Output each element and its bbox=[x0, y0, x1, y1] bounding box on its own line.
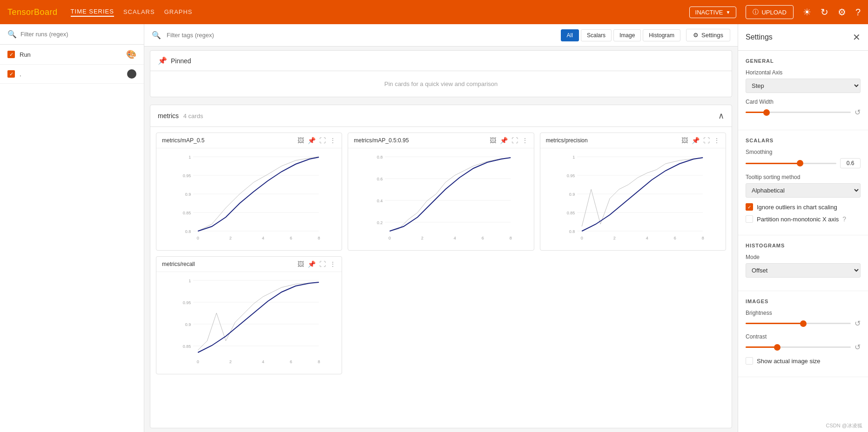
horizontal-axis-label: Horizontal Axis bbox=[746, 69, 861, 76]
chart-body-recall: 1 0.95 0.9 0.85 0 2 4 6 8 bbox=[156, 272, 342, 374]
svg-text:0.95: 0.95 bbox=[183, 300, 191, 305]
horizontal-axis-select[interactable]: Step Wall Relative bbox=[746, 79, 861, 93]
svg-text:8: 8 bbox=[318, 236, 320, 240]
upload-button[interactable]: ⓘ UPLOAD bbox=[746, 5, 793, 19]
chart-svg-recall: 1 0.95 0.9 0.85 0 2 4 6 8 bbox=[160, 276, 338, 369]
chart-title-precision: metrics/precision bbox=[546, 137, 588, 144]
more-icon[interactable]: ⋮ bbox=[330, 260, 336, 268]
svg-text:0.2: 0.2 bbox=[377, 220, 383, 225]
expand-icon[interactable]: ⛶ bbox=[703, 137, 710, 144]
svg-text:0.85: 0.85 bbox=[566, 211, 575, 215]
image-icon[interactable]: 🖼 bbox=[297, 260, 304, 268]
filter-tags-input[interactable] bbox=[167, 32, 555, 39]
svg-text:2: 2 bbox=[229, 236, 232, 240]
svg-text:2: 2 bbox=[613, 236, 615, 240]
chart-header-map05: metrics/mAP_0.5 🖼 📌 ⛶ ⋮ bbox=[156, 133, 342, 148]
upload-icon: ⓘ bbox=[753, 8, 759, 16]
pinned-section: 📌 Pinned Pin cards for a quick view and … bbox=[150, 50, 732, 97]
collapse-button[interactable]: ∧ bbox=[718, 111, 724, 121]
chart-map0595: metrics/mAP_0.5:0.95 🖼 📌 ⛶ ⋮ bbox=[348, 133, 534, 251]
chart-body-map05: 1 0.95 0.9 0.85 0.8 0 2 4 6 8 bbox=[156, 148, 342, 250]
scalars-section: SCALARS Smoothing 0.6 Tooltip sorting me… bbox=[738, 130, 868, 235]
expand-icon[interactable]: ⛶ bbox=[319, 260, 326, 268]
palette-icon[interactable]: 🎨 bbox=[126, 49, 136, 60]
show-image-size-checkbox[interactable] bbox=[746, 357, 753, 365]
expand-icon[interactable]: ⛶ bbox=[511, 137, 518, 144]
card-width-track[interactable] bbox=[746, 112, 851, 113]
settings-panel-header: Settings ✕ bbox=[738, 24, 868, 51]
tab-all[interactable]: All bbox=[561, 29, 579, 41]
pin-chart-icon[interactable]: 📌 bbox=[500, 137, 508, 144]
pinned-title: Pinned bbox=[171, 57, 191, 65]
filter-runs-input[interactable] bbox=[20, 31, 136, 38]
smoothing-value: 0.6 bbox=[840, 158, 861, 168]
card-width-reset-icon[interactable]: ↺ bbox=[855, 108, 861, 117]
chart-title-map05: metrics/mAP_0.5 bbox=[162, 137, 204, 144]
mode-select[interactable]: Offset Overlay bbox=[746, 263, 861, 278]
run-item-run: Run 🎨 bbox=[0, 45, 144, 65]
smoothing-track[interactable] bbox=[746, 163, 836, 164]
pinned-header: 📌 Pinned bbox=[150, 51, 732, 71]
nav-graphs[interactable]: GRAPHS bbox=[164, 8, 193, 16]
more-icon[interactable]: ⋮ bbox=[330, 137, 336, 144]
partition-checkbox[interactable] bbox=[746, 215, 753, 223]
contrast-track[interactable] bbox=[746, 346, 851, 348]
smoothing-slider-row: 0.6 bbox=[746, 158, 861, 168]
close-icon[interactable]: ✕ bbox=[853, 32, 861, 43]
brightness-track[interactable] bbox=[746, 323, 851, 324]
svg-text:0.6: 0.6 bbox=[377, 177, 383, 181]
svg-text:0.85: 0.85 bbox=[183, 344, 191, 349]
svg-text:0.8: 0.8 bbox=[377, 155, 383, 160]
tooltip-sort-select[interactable]: Alphabetical Ascending Descending Defaul… bbox=[746, 183, 861, 198]
svg-text:4: 4 bbox=[262, 236, 264, 240]
top-nav: TensorBoard TIME SERIES SCALARS GRAPHS I… bbox=[0, 0, 868, 24]
tab-histogram[interactable]: Histogram bbox=[643, 29, 680, 41]
partition-help-icon[interactable]: ? bbox=[842, 215, 846, 223]
filter-bar: 🔍 All Scalars Image Histogram ⚙ Settings bbox=[144, 24, 738, 47]
refresh-icon[interactable]: ↻ bbox=[821, 7, 828, 18]
image-icon[interactable]: 🖼 bbox=[297, 137, 304, 144]
nav-scalars[interactable]: SCALARS bbox=[123, 8, 155, 16]
svg-text:1: 1 bbox=[188, 155, 191, 160]
more-icon[interactable]: ⋮ bbox=[713, 137, 720, 144]
theme-icon[interactable]: ☀ bbox=[803, 7, 811, 18]
svg-text:0.95: 0.95 bbox=[183, 173, 191, 178]
settings-icon[interactable]: ⚙ bbox=[838, 7, 846, 18]
pin-chart-icon[interactable]: 📌 bbox=[308, 260, 316, 268]
svg-text:8: 8 bbox=[510, 236, 512, 240]
brightness-reset-icon[interactable]: ↺ bbox=[855, 319, 861, 328]
chart-map05: metrics/mAP_0.5 🖼 📌 ⛶ ⋮ bbox=[156, 133, 342, 251]
ignore-outliers-checkbox[interactable] bbox=[746, 203, 753, 211]
svg-text:4: 4 bbox=[262, 359, 264, 364]
inactive-button[interactable]: INACTIVE ▼ bbox=[689, 7, 737, 18]
tab-scalars[interactable]: Scalars bbox=[581, 29, 612, 41]
charts-row1: metrics/mAP_0.5 🖼 📌 ⛶ ⋮ bbox=[150, 127, 732, 256]
expand-icon[interactable]: ⛶ bbox=[319, 137, 326, 144]
images-section: IMAGES Brightness ↺ Contrast ↺ Show ac bbox=[738, 291, 868, 377]
contrast-label: Contrast bbox=[746, 333, 861, 340]
image-icon[interactable]: 🖼 bbox=[490, 137, 496, 144]
svg-text:0.8: 0.8 bbox=[185, 229, 191, 234]
sidebar: 🔍 Run 🎨 . bbox=[0, 24, 144, 432]
ignore-outliers-row: Ignore outliers in chart scaling bbox=[746, 203, 861, 211]
pin-chart-icon[interactable]: 📌 bbox=[308, 137, 316, 144]
pin-chart-icon[interactable]: 📌 bbox=[692, 137, 700, 144]
settings-button[interactable]: ⚙ Settings bbox=[686, 29, 730, 41]
svg-text:0: 0 bbox=[580, 236, 583, 240]
contrast-reset-icon[interactable]: ↺ bbox=[855, 343, 861, 352]
run-checkbox-run[interactable] bbox=[7, 51, 15, 58]
chart-recall: metrics/recall 🖼 📌 ⛶ ⋮ bbox=[156, 256, 342, 374]
svg-text:0.9: 0.9 bbox=[569, 192, 575, 197]
nav-time-series[interactable]: TIME SERIES bbox=[71, 8, 114, 17]
watermark: CSDN @冰凌狐 bbox=[826, 422, 862, 429]
more-icon[interactable]: ⋮ bbox=[522, 137, 528, 144]
metrics-title: metrics bbox=[158, 112, 179, 120]
card-width-label: Card Width bbox=[746, 99, 861, 105]
help-icon[interactable]: ? bbox=[855, 7, 861, 18]
run-checkbox-dot[interactable] bbox=[7, 70, 15, 78]
chart-svg-map0595: 0.8 0.6 0.4 0.2 0 2 4 6 8 bbox=[352, 152, 530, 245]
brightness-label: Brightness bbox=[746, 310, 861, 316]
tab-image[interactable]: Image bbox=[613, 29, 641, 41]
image-icon[interactable]: 🖼 bbox=[681, 137, 688, 144]
general-section-title: GENERAL bbox=[746, 58, 861, 64]
